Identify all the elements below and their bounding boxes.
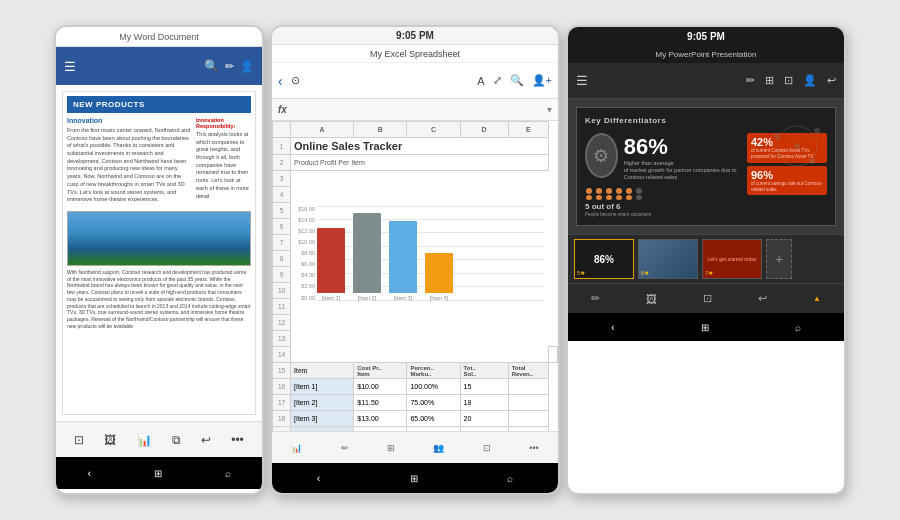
word-toolbar: ☰ 🔍 ✏ 👤 — [56, 47, 262, 85]
ppt-back-nav[interactable]: ‹ — [611, 321, 615, 333]
excel-layout-icon[interactable]: ⊡ — [483, 443, 491, 453]
ppt-doc-title: My PowerPoint Presentation — [656, 50, 757, 59]
row-17-sold[interactable]: 18 — [460, 395, 508, 411]
row-16-markup[interactable]: 100.00% — [407, 379, 460, 395]
person-icon[interactable]: 👤 — [240, 60, 254, 73]
excel-search-nav[interactable]: ⌕ — [507, 473, 513, 484]
chart-icon[interactable]: 📊 — [137, 433, 152, 447]
excel-pen-icon[interactable]: ✏ — [341, 443, 349, 453]
excel-formula-bar[interactable]: fx ▾ — [272, 99, 558, 121]
row-16-cost[interactable]: $10.00 — [354, 379, 407, 395]
ppt-image-icon[interactable]: 🖼 — [646, 293, 657, 305]
excel-back-nav[interactable]: ‹ — [317, 472, 321, 484]
row-16-sold[interactable]: 15 — [460, 379, 508, 395]
ppt-search-nav[interactable]: ⌕ — [795, 322, 801, 333]
row-18-markup[interactable]: 65.00% — [407, 411, 460, 427]
person-3-icon — [605, 188, 613, 200]
ppt-windows-nav[interactable]: ⊞ — [701, 322, 709, 333]
excel-grid: A B C D E 1 Online Sales Tracker 2 Produ… — [272, 121, 558, 431]
ppt-undo-footer-icon[interactable]: ↩ — [758, 292, 767, 305]
table-header-cost[interactable]: Cost Pr..Item — [354, 363, 407, 379]
chart-area: $0.00 $2.00 $4.00 $6.00 $8.00 $10.00 $12… — [291, 171, 549, 363]
ppt-layout-icon[interactable]: ⊡ — [784, 74, 793, 87]
windows-nav-icon[interactable]: ⊞ — [154, 468, 162, 479]
excel-font-icon[interactable]: A — [477, 75, 484, 87]
ppt-thumb-2[interactable]: 6★ — [638, 239, 698, 279]
add-slide-button[interactable]: + — [766, 239, 792, 279]
svg-rect-11 — [636, 195, 642, 200]
ppt-toolbar: ☰ ✏ ⊞ ⊡ 👤 ↩ — [568, 63, 844, 99]
excel-fullscreen-icon[interactable]: ⤢ — [493, 74, 502, 87]
ppt-layout-footer-icon[interactable]: ⊡ — [703, 292, 712, 305]
ppt-pen-icon[interactable]: ✏ — [746, 74, 755, 87]
ppt-edit-icon[interactable]: ✏ — [591, 292, 600, 305]
back-nav-icon[interactable]: ‹ — [87, 467, 91, 479]
search-icon[interactable]: 🔍 — [204, 59, 219, 73]
table-header-sold[interactable]: Tot..Sol.. — [460, 363, 508, 379]
network-svg — [767, 116, 827, 176]
word-right-text: This analysis looks at which companies t… — [196, 131, 251, 200]
table-header-item[interactable]: Item — [291, 363, 354, 379]
bar-label-2: [Item 2] — [358, 295, 376, 301]
svg-rect-7 — [616, 195, 622, 200]
ppt-left-col: ⚙ 86% Higher than average of market grow… — [585, 133, 741, 217]
excel-search-icon[interactable]: 🔍 — [510, 74, 524, 87]
ppt-percent-sub: of market growth for partner companies d… — [624, 167, 741, 181]
row-16-item[interactable]: [Item 1] — [291, 379, 354, 395]
ppt-nav-bar: ‹ ⊞ ⌕ — [568, 313, 844, 341]
table-header-markup[interactable]: Percen..Marku.. — [407, 363, 460, 379]
col-header-e[interactable]: E — [508, 122, 548, 138]
ppt-status-time: 9:05 PM — [687, 31, 725, 42]
svg-line-18 — [797, 131, 817, 146]
ppt-hamburger-icon[interactable]: ☰ — [576, 73, 588, 88]
image-icon[interactable]: 🖼 — [104, 433, 116, 447]
ppt-undo-icon[interactable]: ↩ — [827, 74, 836, 87]
row-18-item[interactable]: [Item 3] — [291, 411, 354, 427]
row-16-revenue[interactable] — [508, 379, 548, 395]
thumb-2-star: 6★ — [641, 269, 649, 276]
excel-table-icon[interactable]: ⊞ — [387, 443, 395, 453]
search-nav-icon[interactable]: ⌕ — [225, 468, 231, 479]
col-header-b[interactable]: B — [354, 122, 407, 138]
crop-icon[interactable]: ⊡ — [74, 433, 84, 447]
row-17-item[interactable]: [Item 2] — [291, 395, 354, 411]
hamburger-icon[interactable]: ☰ — [64, 59, 76, 74]
svg-point-2 — [596, 188, 602, 194]
excel-back-icon[interactable]: ‹ — [278, 73, 283, 89]
excel-status-time: 9:05 PM — [396, 30, 434, 41]
excel-windows-nav[interactable]: ⊞ — [410, 473, 418, 484]
formula-expand-icon[interactable]: ▾ — [547, 104, 552, 115]
table-header-revenue[interactable]: TotalReven.. — [508, 363, 548, 379]
copy-icon[interactable]: ⧉ — [172, 433, 181, 447]
ppt-person-icon[interactable]: 👤 — [803, 74, 817, 87]
ppt-thumbnails: 86% 5★ 6★ Let's get started today 7★ + — [568, 234, 844, 283]
excel-people-icon[interactable]: 👥 — [433, 443, 444, 453]
row-17-cost[interactable]: $11.50 — [354, 395, 407, 411]
col-header-a[interactable]: A — [291, 122, 354, 138]
more-icon[interactable]: ••• — [231, 433, 244, 447]
col-header-d[interactable]: D — [460, 122, 508, 138]
excel-save-icon[interactable]: ⊙ — [291, 74, 300, 87]
chart-title-cell[interactable]: Online Sales Tracker — [291, 138, 549, 155]
ppt-thumb-1[interactable]: 86% 5★ — [574, 239, 634, 279]
excel-chart-icon[interactable]: 📊 — [291, 443, 302, 453]
svg-line-19 — [797, 146, 812, 161]
ppt-scroll-indicator: ▲ — [813, 294, 821, 303]
bar-1 — [317, 228, 345, 293]
ppt-thumb-3[interactable]: Let's get started today 7★ — [702, 239, 762, 279]
excel-more-icon[interactable]: ••• — [529, 443, 538, 453]
chart-subtitle-cell[interactable]: Product Profit Per Item — [291, 155, 549, 171]
row-17-markup[interactable]: 75.00% — [407, 395, 460, 411]
excel-footer: 📊 ✏ ⊞ 👥 ⊡ ••• — [272, 431, 558, 463]
col-header-c[interactable]: C — [407, 122, 460, 138]
excel-add-person-icon[interactable]: 👤+ — [532, 74, 552, 87]
edit-icon[interactable]: ✏ — [225, 60, 234, 73]
undo-icon[interactable]: ↩ — [201, 433, 211, 447]
row-18-revenue[interactable] — [508, 411, 548, 427]
ppt-slide-area: Key Differentiators ⚙ 86% Higher than av… — [568, 99, 844, 234]
row-18-cost[interactable]: $13.00 — [354, 411, 407, 427]
excel-nav-bar: ‹ ⊞ ⌕ — [272, 463, 558, 493]
ppt-table-icon[interactable]: ⊞ — [765, 74, 774, 87]
row-17-revenue[interactable] — [508, 395, 548, 411]
row-18-sold[interactable]: 20 — [460, 411, 508, 427]
